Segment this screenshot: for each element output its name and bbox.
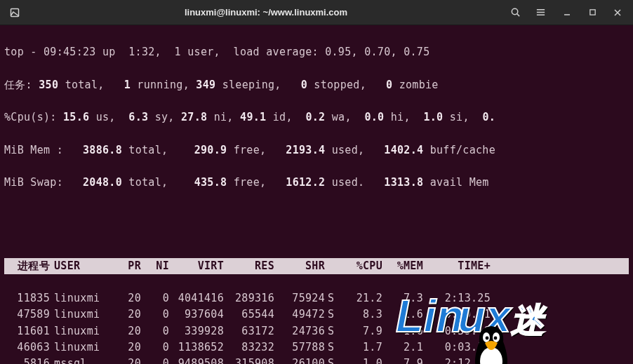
svg-rect-2: [589, 10, 594, 15]
titlebar: linuxmi@linuxmi: ~/www.linuxmi.com: [0, 0, 633, 25]
cell-cpu: 8.3: [340, 306, 382, 323]
cell-user: linuxmi: [54, 290, 107, 306]
cell-shr: 26100: [274, 356, 325, 364]
cell-pid: 46063: [4, 339, 54, 356]
cell-ni: 0: [141, 323, 169, 339]
cell-res: 63172: [224, 323, 274, 339]
cell-st: S: [325, 306, 340, 323]
table-header: 进程号 USER PR NI VIRT RES SHR %CPU %MEM TI…: [4, 258, 629, 274]
cell-pid: 11835: [4, 290, 54, 306]
cell-shr: 57788: [274, 339, 325, 356]
cell-cpu: 1.0: [340, 356, 382, 364]
cell-virt: 1138652: [169, 339, 224, 356]
cell-mem: 7.9: [382, 356, 423, 364]
col-res: RES: [224, 258, 274, 274]
cell-user: linuxmi: [54, 306, 107, 323]
cell-pr: 20: [107, 356, 141, 364]
cell-pr: 20: [107, 323, 141, 339]
cell-virt: 9489508: [169, 356, 224, 364]
window-title: linuxmi@linuxmi: ~/www.linuxmi.com: [29, 7, 502, 18]
minimize-button[interactable]: [556, 3, 578, 22]
cell-shr: 24736: [274, 323, 325, 339]
process-table: 进程号 USER PR NI VIRT RES SHR %CPU %MEM TI…: [4, 241, 629, 364]
cell-pid: 11601: [4, 323, 54, 339]
table-row: 5816mssql200948950831590826100S1.07.92:1…: [4, 356, 629, 364]
swap-line: MiB Swap: 2048.0 total, 435.8 free, 1612…: [4, 175, 629, 191]
hamburger-icon: [535, 7, 546, 18]
cell-user: linuxmi: [54, 339, 107, 356]
maximize-icon: [589, 8, 597, 16]
cell-time: 0:00.41: [423, 306, 491, 323]
table-row: 46063linuxmi20011386528323257788S1.72.10…: [4, 339, 629, 356]
cell-st: S: [325, 356, 340, 364]
cell-ni: 0: [141, 356, 169, 364]
cell-res: 289316: [224, 290, 274, 306]
col-virt: VIRT: [169, 258, 224, 274]
cell-cpu: 1.7: [340, 339, 382, 356]
cell-ni: 0: [141, 339, 169, 356]
table-row: 11601linuxmi2003399286317224736S7.91.60:…: [4, 323, 629, 339]
col-mem: %MEM: [382, 258, 423, 274]
cell-res: 83232: [224, 339, 274, 356]
search-icon: [510, 7, 521, 18]
cell-user: linuxmi: [54, 323, 107, 339]
cell-pr: 20: [107, 290, 141, 306]
cell-cpu: 7.9: [340, 323, 382, 339]
col-pr: PR: [107, 258, 141, 274]
minimize-icon: [563, 8, 571, 17]
cell-virt: 4041416: [169, 290, 224, 306]
cell-ni: 0: [141, 290, 169, 306]
new-tab-button[interactable]: [0, 7, 29, 18]
table-row: 11835linuxmi200404141628931675924S21.27.…: [4, 290, 629, 306]
menu-button[interactable]: [528, 3, 553, 22]
tasks-line: 任务: 350 total, 1 running, 349 sleeping, …: [4, 77, 629, 93]
col-pid: 进程号: [4, 258, 54, 274]
top-uptime-line: top - 09:45:23 up 1:32, 1 user, load ave…: [4, 44, 629, 60]
cell-pr: 20: [107, 339, 141, 356]
col-shr: SHR: [274, 258, 325, 274]
close-icon: [613, 8, 622, 17]
col-ni: NI: [141, 258, 169, 274]
terminal-window: linuxmi@linuxmi: ~/www.linuxmi.com: [0, 0, 633, 364]
cell-user: mssql: [54, 356, 107, 364]
cell-time: 2:13.25: [423, 290, 491, 306]
cell-res: 65544: [224, 306, 274, 323]
cell-mem: 2.1: [382, 339, 423, 356]
cell-st: S: [325, 323, 340, 339]
cell-time: 0:03.19: [423, 339, 491, 356]
new-tab-icon: [9, 7, 20, 18]
cell-time: 2:12.15: [423, 356, 491, 364]
cell-pr: 20: [107, 306, 141, 323]
table-row: 47589linuxmi2009376046554449472S8.31.60:…: [4, 306, 629, 323]
col-time: TIME+: [423, 258, 491, 274]
col-user: USER: [54, 258, 107, 274]
terminal-output[interactable]: top - 09:45:23 up 1:32, 1 user, load ave…: [0, 25, 633, 364]
cell-st: S: [325, 339, 340, 356]
cell-st: S: [325, 290, 340, 306]
cell-virt: 339928: [169, 323, 224, 339]
cell-shr: 49472: [274, 306, 325, 323]
cell-mem: 1.6: [382, 306, 423, 323]
maximize-button[interactable]: [581, 3, 604, 22]
cell-pid: 47589: [4, 306, 54, 323]
col-cpu: %CPU: [340, 258, 382, 274]
cell-virt: 937604: [169, 306, 224, 323]
cell-ni: 0: [141, 306, 169, 323]
cell-mem: 1.6: [382, 323, 423, 339]
svg-point-1: [512, 8, 517, 14]
cell-shr: 75924: [274, 290, 325, 306]
close-button[interactable]: [606, 3, 629, 22]
cpu-line: %Cpu(s): 15.6 us, 6.3 sy, 27.8 ni, 49.1 …: [4, 109, 629, 126]
cell-pid: 5816: [4, 356, 54, 364]
mem-line: MiB Mem : 3886.8 total, 290.9 free, 2193…: [4, 142, 629, 159]
search-button[interactable]: [502, 3, 528, 22]
col-st: [325, 258, 340, 274]
cell-res: 315908: [224, 356, 274, 364]
cell-cpu: 21.2: [340, 290, 382, 306]
cell-mem: 7.3: [382, 290, 423, 306]
cell-time: 0:59.49: [423, 323, 491, 339]
